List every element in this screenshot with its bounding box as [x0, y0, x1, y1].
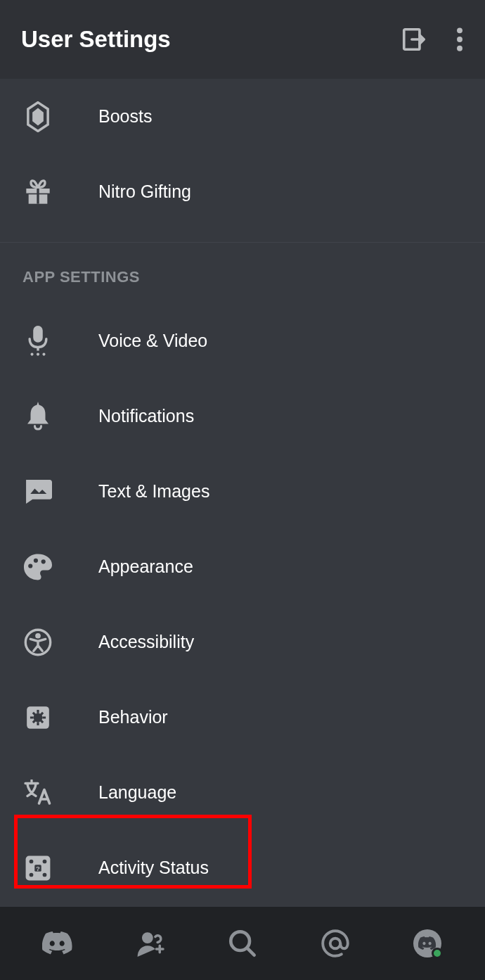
palette-icon: [22, 552, 53, 583]
bottom-navigation: [0, 907, 485, 980]
settings-item-label: Text & Images: [98, 481, 209, 502]
nav-friends-icon[interactable]: [134, 928, 165, 959]
activity-icon: ?: [22, 853, 53, 884]
svg-point-22: [30, 872, 34, 877]
settings-item-notifications[interactable]: Notifications: [0, 378, 485, 454]
svg-rect-6: [37, 189, 39, 204]
settings-item-label: Accessibility: [98, 632, 194, 652]
settings-item-language[interactable]: Language: [0, 755, 485, 830]
svg-point-2: [457, 37, 463, 42]
header: User Settings: [0, 0, 485, 79]
nav-search-icon[interactable]: [227, 928, 258, 959]
section-header-app-settings: APP SETTINGS: [0, 242, 485, 303]
nav-profile-icon[interactable]: [412, 928, 443, 959]
settings-item-boosts[interactable]: Boosts: [0, 79, 485, 154]
settings-item-nitro-gifting[interactable]: Nitro Gifting: [0, 154, 485, 229]
svg-point-20: [30, 859, 34, 863]
logout-icon[interactable]: [401, 26, 427, 53]
settings-item-label: Behavior: [98, 707, 168, 727]
settings-item-voice-video[interactable]: Voice & Video: [0, 303, 485, 378]
settings-item-label: Notifications: [98, 406, 194, 426]
settings-item-activity-status[interactable]: ? Activity Status: [0, 830, 485, 905]
translate-icon: [22, 777, 53, 808]
svg-point-29: [330, 938, 340, 949]
microphone-icon: [22, 326, 53, 357]
svg-point-21: [43, 859, 47, 863]
settings-item-label: Nitro Gifting: [98, 182, 191, 202]
svg-text:?: ?: [36, 864, 40, 872]
svg-point-9: [31, 352, 34, 355]
settings-item-behavior[interactable]: Behavior: [0, 680, 485, 755]
bell-icon: [22, 401, 53, 432]
page-title: User Settings: [21, 26, 171, 53]
header-actions: [401, 26, 464, 53]
boost-icon: [22, 101, 53, 132]
settings-item-label: Activity Status: [98, 858, 209, 878]
settings-item-appearance[interactable]: Appearance: [0, 529, 485, 604]
svg-point-12: [28, 564, 32, 568]
gear-icon: [22, 702, 53, 733]
settings-item-label: Appearance: [98, 556, 193, 577]
svg-point-10: [37, 352, 39, 355]
svg-point-11: [42, 352, 45, 355]
svg-point-1: [457, 27, 463, 33]
settings-item-label: Boosts: [98, 106, 152, 127]
image-icon: [22, 476, 53, 507]
nav-mentions-icon[interactable]: [320, 928, 351, 959]
settings-list: Boosts Nitro Gifting APP SETTINGS Voi: [0, 79, 485, 907]
status-online-indicator: [432, 948, 443, 959]
settings-item-label: Language: [98, 782, 176, 803]
svg-rect-7: [33, 326, 43, 343]
svg-point-13: [34, 558, 38, 562]
svg-point-26: [142, 932, 153, 943]
svg-point-23: [43, 872, 47, 877]
settings-item-accessibility[interactable]: Accessibility: [0, 604, 485, 680]
nav-discord-icon[interactable]: [42, 928, 73, 959]
more-options-icon[interactable]: [455, 26, 464, 53]
settings-item-label: Voice & Video: [98, 331, 207, 351]
svg-point-14: [41, 559, 46, 564]
svg-point-16: [35, 632, 41, 638]
svg-line-28: [247, 948, 254, 955]
accessibility-icon: [22, 627, 53, 658]
settings-item-text-images[interactable]: Text & Images: [0, 454, 485, 529]
gift-icon: [22, 177, 53, 208]
svg-point-3: [457, 46, 463, 51]
